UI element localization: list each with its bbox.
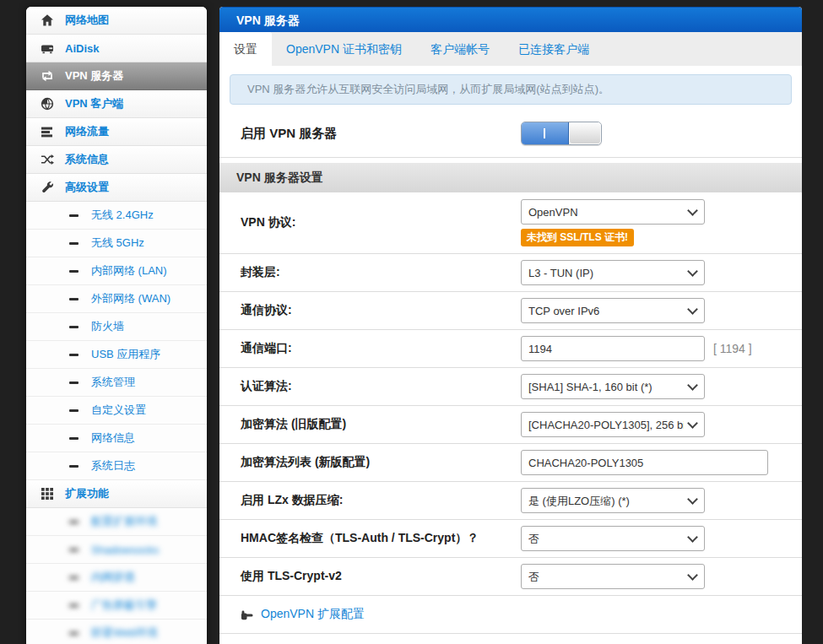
dash-bullet-icon <box>69 298 79 300</box>
pointing-hand-icon <box>241 609 253 621</box>
dash-bullet-icon <box>69 270 79 273</box>
chevron-down-icon: 否 <box>521 564 705 589</box>
chevron-down-icon: [SHA1] SHA-1, 160 bit (*) <box>521 374 705 399</box>
sidebar-subitem-system-log[interactable]: 系统日志 <box>26 452 207 480</box>
sidebar-item-label: 高级设置 <box>65 180 109 195</box>
form-row-tls-crypt-v2: 使用 TLS-Crypt-v2 否 <box>219 558 802 596</box>
form-row-cipher-list: 加密算法列表 (新版配置) <box>219 444 802 482</box>
sidebar-subitem-blurred-2[interactable]: Shadowsocks <box>26 536 207 564</box>
sidebar-item-system-info[interactable]: 系统信息 <box>26 146 207 174</box>
sidebar-item-label: 网络流量 <box>65 124 109 139</box>
sidebar-item-network-map[interactable]: 网络地图 <box>26 7 207 35</box>
toggle-on-segment <box>522 122 569 144</box>
field-label: 认证算法: <box>241 379 521 394</box>
auth-algorithm-select[interactable]: [SHA1] SHA-1, 160 bit (*) <box>521 374 705 399</box>
sidebar-subitem-firewall[interactable]: 防火墙 <box>26 313 207 341</box>
dash-bullet-icon <box>69 354 79 356</box>
chevron-down-icon: TCP over IPv6 <box>521 298 705 323</box>
vpn-protocol-select[interactable]: OpenVPN <box>521 199 705 225</box>
tab-client-accounts[interactable]: 客户端帐号 <box>416 32 504 66</box>
main-panel: VPN 服务器 设置 OpenVPN 证书和密钥 客户端帐号 已连接客户端 VP… <box>219 7 802 644</box>
tab-openvpn-certs[interactable]: OpenVPN 证书和密钥 <box>272 32 416 66</box>
sidebar-subitem-label: 内部网络 (LAN) <box>91 263 167 279</box>
dash-bullet-icon <box>69 242 79 245</box>
sidebar-subitem-lan[interactable]: 内部网络 (LAN) <box>26 257 207 285</box>
sidebar-subitem-blurred-1[interactable]: 配置扩展环境 <box>26 508 207 536</box>
sidebar-subitem-label: USB 应用程序 <box>91 347 160 362</box>
form-row-port: 通信端口: [ 1194 ] <box>219 330 802 368</box>
cipher-legacy-select[interactable]: [CHACHA20-POLY1305], 256 bit <box>521 412 705 437</box>
dash-bullet-icon <box>69 214 79 217</box>
disk-icon <box>41 41 54 55</box>
enable-vpn-row: 启用 VPN 服务器 <box>219 111 802 158</box>
sidebar-subitem-system-admin[interactable]: 系统管理 <box>26 369 207 397</box>
field-label: VPN 协议: <box>241 215 521 230</box>
openvpn-advanced-config-link[interactable]: OpenVPN 扩展配置 <box>261 607 365 622</box>
form-row-cipher-legacy: 加密算法 (旧版配置) [CHACHA20-POLY1305], 256 bit <box>219 406 802 444</box>
sidebar-item-label: AiDisk <box>65 42 99 55</box>
sidebar-subitem-blurred-4[interactable]: 广告屏蔽引擎 <box>26 592 207 620</box>
form-row-vpn-protocol: VPN 协议: OpenVPN 未找到 SSL/TLS 证书! <box>219 192 802 254</box>
enable-vpn-label: 启用 VPN 服务器 <box>241 126 521 142</box>
sidebar-subitem-network-info[interactable]: 网络信息 <box>26 425 207 452</box>
tls-crypt-v2-select[interactable]: 否 <box>521 564 705 589</box>
ssl-cert-warning-badge: 未找到 SSL/TLS 证书! <box>521 229 634 246</box>
form-row-hmac: HMAC签名检查（TLS-Auth / TLS-Crypt）？ 否 <box>219 520 802 558</box>
form-row-protocol: 通信协议: TCP over IPv6 <box>219 292 802 330</box>
sidebar-subitem-label: 系统管理 <box>91 375 135 390</box>
sidebar-subitem-label: 广告屏蔽引擎 <box>91 598 157 613</box>
globe-icon <box>41 97 54 111</box>
dash-bullet-icon <box>69 521 79 523</box>
sidebar-subitem-wireless-24ghz[interactable]: 无线 2.4GHz <box>26 202 207 230</box>
hmac-select[interactable]: 否 <box>521 526 705 551</box>
dash-bullet-icon <box>69 465 79 468</box>
field-label: 启用 LZx 数据压缩: <box>241 493 521 508</box>
sidebar-subitem-label: 系统日志 <box>91 458 135 474</box>
sidebar-item-traffic[interactable]: 网络流量 <box>26 118 207 146</box>
compression-select[interactable]: 是 (使用LZO压缩) (*) <box>521 488 705 513</box>
sidebar-item-extensions[interactable]: 扩展功能 <box>26 480 207 508</box>
openvpn-advanced-config-row: OpenVPN 扩展配置 <box>219 596 802 634</box>
dash-bullet-icon <box>69 549 79 551</box>
sidebar: 网络地图 AiDisk VPN 服务器 VPN 客户端 网络流量 系统信息 高级… <box>26 7 207 644</box>
sidebar-subitem-wan[interactable]: 外部网络 (WAN) <box>26 285 207 313</box>
chevron-down-icon: 是 (使用LZO压缩) (*) <box>521 488 705 513</box>
dash-bullet-icon <box>69 409 79 412</box>
sidebar-subitem-label: 无线 5GHz <box>91 235 144 251</box>
tab-settings[interactable]: 设置 <box>219 32 272 66</box>
sidebar-subitem-custom-settings[interactable]: 自定义设置 <box>26 397 207 425</box>
dash-bullet-icon <box>69 632 79 635</box>
field-label: 封装层: <box>241 265 521 280</box>
toggle-knob[interactable] <box>569 122 601 144</box>
dash-bullet-icon <box>69 576 79 579</box>
sidebar-subitem-label: 网络信息 <box>91 430 135 446</box>
field-label: 加密算法列表 (新版配置) <box>241 455 521 470</box>
sidebar-item-aidisk[interactable]: AiDisk <box>26 35 207 62</box>
port-input[interactable] <box>521 336 705 361</box>
sidebar-subitem-usb-apps[interactable]: USB 应用程序 <box>26 341 207 369</box>
sidebar-item-vpn-server[interactable]: VPN 服务器 <box>26 62 207 90</box>
field-label: 加密算法 (旧版配置) <box>241 417 521 432</box>
sidebar-item-label: 网络地图 <box>65 13 109 28</box>
home-icon <box>41 14 54 27</box>
sidebar-subitem-blurred-3[interactable]: 内网穿透 <box>26 564 207 592</box>
traffic-bars-icon <box>41 125 54 138</box>
enable-vpn-toggle[interactable] <box>521 122 602 145</box>
sidebar-subitem-label: 外部网络 (WAN) <box>91 291 171 306</box>
sidebar-item-advanced-settings[interactable]: 高级设置 <box>26 174 207 202</box>
sidebar-subitem-wireless-5ghz[interactable]: 无线 5GHz <box>26 230 207 257</box>
interface-type-select[interactable]: L3 - TUN (IP) <box>521 260 705 285</box>
chevron-down-icon: 否 <box>521 526 705 551</box>
transport-protocol-select[interactable]: TCP over IPv6 <box>521 298 705 323</box>
tab-connected-clients[interactable]: 已连接客户端 <box>504 32 604 66</box>
form-row-interface-type: 封装层: L3 - TUN (IP) <box>219 254 802 292</box>
sidebar-item-vpn-client[interactable]: VPN 客户端 <box>26 90 207 118</box>
shuffle-icon <box>41 153 54 166</box>
cipher-list-input[interactable] <box>521 450 768 475</box>
form-row-auth-algorithm: 认证算法: [SHA1] SHA-1, 160 bit (*) <box>219 368 802 406</box>
dash-bullet-icon <box>69 382 79 384</box>
sidebar-subitem-blurred-5[interactable]: 部署Web环境 <box>26 620 207 644</box>
info-banner: VPN 服务器允许从互联网安全访问局域网，从而扩展局域网(站点到站点)。 <box>230 74 792 105</box>
sidebar-subitem-label: 配置扩展环境 <box>91 514 157 529</box>
tab-bar: 设置 OpenVPN 证书和密钥 客户端帐号 已连接客户端 <box>219 32 802 66</box>
